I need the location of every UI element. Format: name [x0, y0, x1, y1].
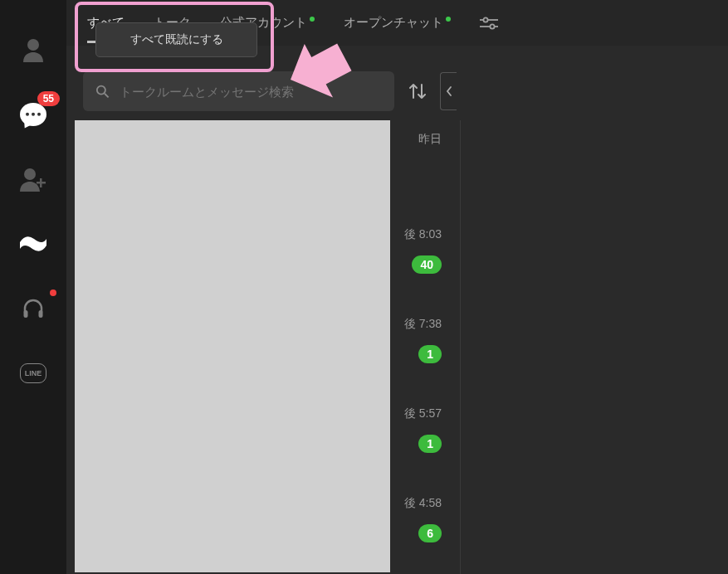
headset-icon	[22, 297, 45, 320]
search-input[interactable]	[120, 85, 382, 99]
nav-profile[interactable]	[17, 33, 50, 66]
svg-point-1	[24, 168, 36, 180]
search-icon	[95, 84, 110, 99]
content-mask	[75, 120, 390, 572]
unread-badge: 1	[418, 345, 442, 363]
tab-filter-settings[interactable]	[480, 16, 498, 31]
nav-call[interactable]	[17, 292, 50, 325]
chat-time: 後 5:57	[404, 406, 442, 421]
chat-time: 後 8:03	[404, 227, 442, 242]
svg-point-0	[27, 39, 39, 51]
unread-badge: 6	[418, 524, 442, 542]
person-icon	[22, 37, 45, 62]
nav-chats[interactable]: 55	[17, 98, 50, 131]
search-box[interactable]	[83, 71, 394, 111]
chevron-left-icon	[446, 85, 452, 97]
conversation-panel	[461, 46, 728, 574]
sort-icon	[408, 81, 427, 101]
collapse-button[interactable]	[440, 72, 457, 110]
sort-button[interactable]	[403, 72, 432, 110]
mark-all-read-menuitem[interactable]: すべて既読にする	[96, 23, 257, 56]
unread-badge: 40	[412, 255, 442, 274]
search-row	[83, 71, 457, 111]
sliders-icon	[480, 16, 498, 31]
chat-unread-badge: 55	[37, 91, 60, 106]
svg-point-7	[483, 17, 487, 22]
notification-dot	[446, 17, 451, 22]
chat-time: 後 4:58	[404, 496, 442, 511]
notification-dot	[50, 289, 56, 296]
svg-point-9	[490, 24, 494, 28]
chat-time: 昨日	[418, 132, 442, 147]
svg-point-10	[97, 86, 105, 95]
tab-openchat[interactable]: オープンチャット	[344, 15, 451, 31]
notification-dot	[310, 17, 315, 22]
add-person-icon	[20, 167, 46, 192]
play-icon	[20, 234, 46, 254]
nav-add-friend[interactable]	[17, 163, 50, 196]
svg-line-11	[105, 94, 109, 98]
unread-badge: 1	[418, 435, 442, 453]
svg-rect-4	[24, 310, 28, 318]
svg-rect-5	[39, 310, 43, 318]
chat-time: 後 7:38	[404, 317, 442, 332]
line-icon: LINE	[20, 363, 47, 383]
context-menu: すべて既読にする	[95, 22, 257, 57]
left-nav-rail: 55 LINE	[0, 0, 66, 574]
nav-line[interactable]: LINE	[17, 357, 50, 390]
nav-voom[interactable]	[17, 227, 50, 260]
svg-rect-3	[37, 182, 46, 184]
chat-bubble-icon	[20, 103, 46, 126]
